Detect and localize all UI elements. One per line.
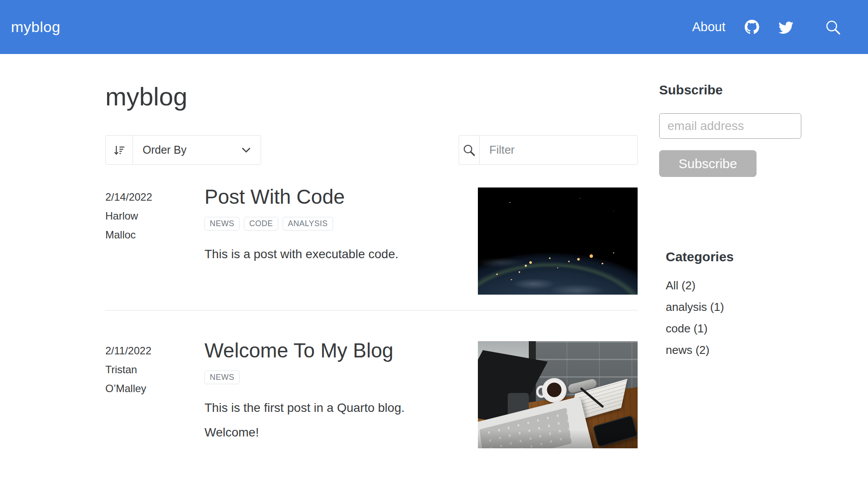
sidebar: Subscribe Subscribe Categories All (2) a… bbox=[659, 83, 825, 448]
navbar: myblog About bbox=[0, 0, 868, 54]
post-title[interactable]: Welcome To My Blog bbox=[204, 339, 465, 363]
post-author: Harlow Malloc bbox=[105, 206, 162, 244]
search-icon bbox=[459, 136, 480, 164]
post-body: Post With Code NEWS CODE ANALYSIS This i… bbox=[204, 187, 478, 295]
post-divider bbox=[105, 310, 638, 310]
order-by-label: Order By bbox=[133, 144, 240, 156]
navbar-brand[interactable]: myblog bbox=[11, 18, 61, 36]
post-thumbnail-earth-photo[interactable] bbox=[478, 187, 638, 295]
tag-code[interactable]: CODE bbox=[244, 217, 278, 231]
tag-news[interactable]: NEWS bbox=[204, 371, 240, 384]
category-code[interactable]: code (1) bbox=[666, 318, 825, 339]
tag-news[interactable]: NEWS bbox=[204, 217, 240, 231]
post-title[interactable]: Post With Code bbox=[204, 185, 465, 209]
page-title: myblog bbox=[105, 83, 638, 111]
post-listing-item[interactable]: 2/14/2022 Harlow Malloc Post With Code N… bbox=[105, 187, 638, 295]
subscribe-heading: Subscribe bbox=[659, 83, 825, 97]
page-body: myblog Order By bbox=[0, 54, 868, 448]
chevron-down-icon bbox=[240, 144, 261, 156]
post-date: 2/14/2022 bbox=[105, 187, 204, 206]
categories-heading: Categories bbox=[666, 249, 825, 264]
sort-amount-down-icon bbox=[106, 136, 133, 164]
github-icon[interactable] bbox=[745, 20, 759, 34]
post-tags: NEWS CODE ANALYSIS bbox=[204, 217, 465, 231]
post-thumbnail-desk-photo[interactable] bbox=[478, 341, 638, 448]
filter-input[interactable] bbox=[480, 136, 637, 164]
navbar-search-icon[interactable] bbox=[825, 19, 841, 35]
desk-art-shadow bbox=[478, 430, 638, 448]
subscribe-section: Subscribe Subscribe bbox=[659, 83, 825, 177]
listing-controls: Order By bbox=[105, 135, 638, 165]
twitter-icon[interactable] bbox=[778, 20, 793, 35]
post-author: Tristan O’Malley bbox=[105, 360, 162, 398]
desk-art-coffee-mug bbox=[542, 378, 567, 403]
email-input[interactable] bbox=[659, 113, 801, 139]
post-description: This is the first post in a Quarto blog.… bbox=[204, 396, 424, 445]
category-list: All (2) analysis (1) code (1) news (2) bbox=[666, 275, 825, 361]
post-listing-item[interactable]: 2/11/2022 Tristan O’Malley Welcome To My… bbox=[105, 341, 638, 448]
post-tags: NEWS bbox=[204, 371, 465, 384]
nav-item-about[interactable]: About bbox=[692, 20, 725, 34]
listing-content: myblog Order By bbox=[105, 83, 638, 448]
post-meta: 2/11/2022 Tristan O’Malley bbox=[105, 341, 204, 448]
order-by-dropdown[interactable]: Order By bbox=[105, 135, 261, 165]
navbar-right: About bbox=[692, 19, 841, 35]
subscribe-button[interactable]: Subscribe bbox=[659, 150, 757, 177]
post-body: Welcome To My Blog NEWS This is the firs… bbox=[204, 341, 478, 448]
post-meta: 2/14/2022 Harlow Malloc bbox=[105, 187, 204, 295]
filter-box bbox=[459, 135, 638, 165]
post-description: This is a post with executable code. bbox=[204, 242, 424, 267]
tag-analysis[interactable]: ANALYSIS bbox=[283, 217, 333, 231]
categories-section: Categories All (2) analysis (1) code (1)… bbox=[659, 249, 825, 361]
category-analysis[interactable]: analysis (1) bbox=[666, 296, 825, 318]
post-date: 2/11/2022 bbox=[105, 341, 204, 360]
category-news[interactable]: news (2) bbox=[666, 339, 825, 361]
category-all[interactable]: All (2) bbox=[666, 275, 825, 296]
